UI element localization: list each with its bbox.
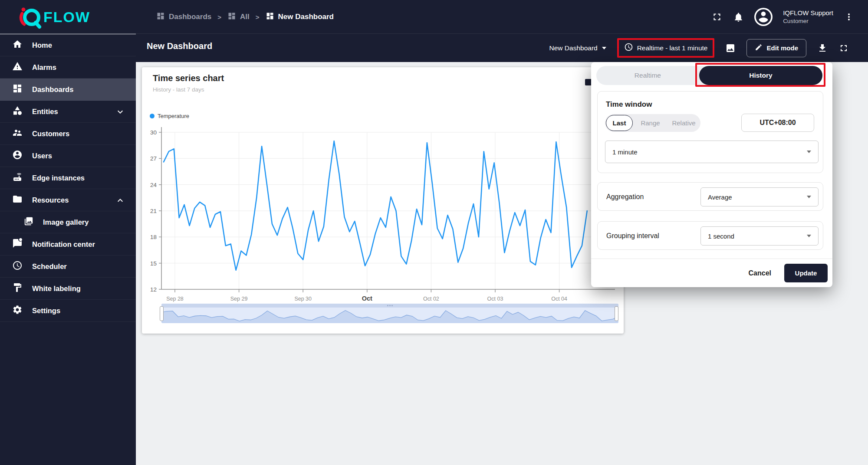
sidebar-item-users[interactable]: Users	[0, 145, 136, 167]
scrollbar-left-handle[interactable]	[160, 306, 164, 321]
scrollbar-grip-icon[interactable]	[387, 305, 393, 306]
breadcrumb-label: New Dashboard	[278, 13, 334, 21]
download-icon[interactable]	[817, 43, 828, 53]
header-fullscreen-button[interactable]	[711, 11, 723, 23]
sidebar-item-label: Entities	[32, 108, 58, 116]
breadcrumb-separator: >	[217, 13, 221, 21]
mode-last[interactable]: Last	[606, 115, 633, 131]
user-role: Customer	[783, 17, 833, 25]
breadcrumb-item[interactable]: Dashboards	[156, 12, 211, 23]
whitelabel-icon	[12, 282, 23, 295]
aggregation-label: Aggregation	[606, 183, 644, 211]
sidebar-item-label: Dashboards	[32, 85, 73, 94]
dashboards-grid-icon	[227, 12, 236, 23]
chevron-down-icon	[602, 47, 606, 49]
edge-icon	[12, 172, 23, 184]
sidebar-item-alarms[interactable]: Alarms	[0, 56, 136, 79]
edit-mode-button[interactable]: Edit mode	[746, 39, 806, 57]
sidebar-item-label: Alarms	[32, 63, 56, 72]
sidebar-item-image-gallery[interactable]: Image gallery	[0, 211, 136, 233]
clock-icon	[624, 43, 633, 53]
grouping-interval-select[interactable]: 1 second	[700, 226, 819, 246]
update-button[interactable]: Update	[784, 264, 828, 282]
timezone-button[interactable]: UTC+08:00	[741, 114, 814, 132]
kebab-menu-icon[interactable]	[844, 12, 854, 22]
sidebar-item-notification-center[interactable]: Notification center	[0, 233, 136, 255]
breadcrumb: Dashboards>All>New Dashboard	[156, 0, 334, 34]
aggregation-value: Average	[708, 193, 732, 201]
timewindow-label: Realtime - last 1 minute	[637, 44, 708, 52]
dashboard-state-value: New Dashboard	[549, 44, 598, 52]
svg-text:Oct 02: Oct 02	[423, 296, 439, 302]
aggregation-section: Aggregation Average	[597, 182, 823, 211]
user-info: IQFLOW Support Customer	[783, 9, 833, 25]
breadcrumb-label: Dashboards	[169, 13, 211, 21]
mode-relative[interactable]: Relative	[667, 114, 700, 132]
interval-select[interactable]: 1 minute	[605, 141, 819, 163]
sidebar-item-label: Home	[32, 41, 52, 49]
notifications-bell-button[interactable]	[733, 12, 744, 23]
svg-text:12: 12	[150, 286, 157, 293]
pencil-icon	[755, 43, 763, 52]
dashboard-image-icon[interactable]	[725, 43, 736, 53]
grouping-interval-section: Grouping interval 1 second	[597, 221, 823, 250]
page-title: New Dashboard	[147, 41, 212, 51]
svg-text:Sep 29: Sep 29	[230, 296, 248, 302]
app-root: FLOW Dashboards>All>New Dashboard IQFLOW…	[0, 0, 868, 465]
chevron-up-icon[interactable]	[115, 195, 125, 207]
scrollbar-top-band[interactable]	[161, 304, 618, 308]
sidebar-item-customers[interactable]: Customers	[0, 123, 136, 145]
entities-icon	[12, 105, 23, 118]
sidebar: HomeAlarmsDashboardsEntitiesCustomersUse…	[0, 34, 136, 465]
svg-text:Oct 04: Oct 04	[551, 296, 567, 302]
aggregation-select[interactable]: Average	[700, 187, 819, 206]
svg-text:30: 30	[150, 129, 157, 136]
sidebar-item-resources[interactable]: Resources	[0, 189, 136, 211]
svg-text:18: 18	[150, 234, 157, 240]
sidebar-item-edge-instances[interactable]: Edge instances	[0, 167, 136, 189]
sidebar-item-home[interactable]: Home	[0, 34, 136, 56]
breadcrumb-item[interactable]: All	[227, 12, 250, 23]
sidebar-item-label: Edge instances	[32, 174, 85, 182]
sidebar-item-entities[interactable]: Entities	[0, 101, 136, 123]
scrollbar-right-handle[interactable]	[615, 306, 618, 321]
timeseries-widget: Time series chart History - last 7 days …	[142, 67, 624, 334]
iqflow-logo[interactable]: FLOW	[18, 5, 90, 29]
dashboards-grid-icon	[156, 12, 165, 23]
resources-icon	[12, 194, 23, 206]
header-actions: IQFLOW Support Customer	[711, 0, 854, 34]
sidebar-item-label: Notification center	[32, 240, 95, 249]
chevron-down-icon	[807, 235, 811, 237]
scheduler-icon	[12, 260, 23, 272]
tab-history[interactable]: History	[699, 66, 822, 85]
time-window-section: Time window LastRangeRelative UTC+08:00 …	[597, 91, 823, 173]
cancel-button[interactable]: Cancel	[749, 269, 771, 277]
sidebar-item-scheduler[interactable]: Scheduler	[0, 255, 136, 278]
breadcrumb-item[interactable]: New Dashboard	[266, 12, 334, 23]
grouping-interval-label: Grouping interval	[606, 222, 659, 250]
dashboard-state-select[interactable]: New Dashboard	[549, 44, 606, 52]
chart-range-scrollbar[interactable]	[161, 304, 618, 323]
sidebar-item-dashboards[interactable]: Dashboards	[0, 79, 136, 101]
sidebar-item-label: Users	[32, 152, 52, 160]
toolbar-fullscreen-icon[interactable]	[838, 43, 849, 53]
mode-range[interactable]: Range	[634, 114, 667, 132]
tab-realtime[interactable]: Realtime	[596, 66, 699, 85]
sidebar-item-settings[interactable]: Settings	[0, 300, 136, 322]
avatar[interactable]	[754, 8, 773, 26]
sidebar-item-label: White labeling	[32, 285, 81, 293]
dashboard-toolbar: New Dashboard New Dashboard Realtime - l…	[136, 34, 868, 62]
notification-icon	[12, 238, 23, 250]
iqflow-logo-mark	[18, 5, 43, 29]
svg-text:Sep 28: Sep 28	[166, 296, 184, 302]
chevron-down-icon[interactable]	[115, 107, 125, 119]
alarms-icon	[12, 61, 23, 73]
timewindow-popup: RealtimeHistory Time window LastRangeRel…	[591, 62, 832, 287]
breadcrumb-separator: >	[256, 13, 260, 21]
user-name: IQFLOW Support	[783, 9, 833, 17]
image-icon	[24, 216, 33, 228]
sidebar-item-label: Resources	[32, 196, 69, 204]
timewindow-button[interactable]: Realtime - last 1 minute	[619, 40, 713, 56]
sidebar-item-label: Settings	[32, 307, 60, 315]
sidebar-item-white-labeling[interactable]: White labeling	[0, 278, 136, 300]
